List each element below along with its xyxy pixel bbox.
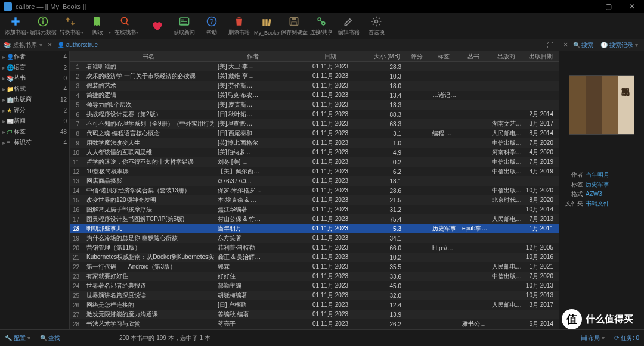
- table-row[interactable]: 11哲学的迷途：你不得不知的十大哲学错误刘冬 [美] …01 11月 20230…: [70, 157, 559, 167]
- table-row[interactable]: 10人人都该懂的互联网思维[美]伯纳多…01 11月 20234.9河南科学…4…: [70, 148, 559, 157]
- editmeta-button[interactable]: 编辑元数据: [30, 14, 56, 39]
- fullscreen-icon[interactable]: ⛶: [547, 42, 553, 49]
- table-row[interactable]: 2欢乐的经济学·一门关于市场经济的必读课[美] 戴维·亨…01 11月 2023…: [70, 71, 559, 81]
- col-publisher[interactable]: 出版商: [488, 51, 524, 61]
- table-row[interactable]: 18明朝那些事儿当年明月01 11月 20235.3历史军事epub掌…1月 2…: [70, 224, 559, 233]
- sidebar-item-出版商[interactable]: ▸🏢出版商12: [0, 94, 69, 105]
- virtual-library-button[interactable]: 📚 虚拟书库 ▾: [4, 41, 42, 49]
- onlinesearch-button[interactable]: 在线找书: [112, 14, 138, 39]
- col-tags[interactable]: 标签: [429, 51, 459, 61]
- editmeta-icon: [37, 15, 49, 27]
- detail-tags[interactable]: 历史军事: [586, 180, 609, 189]
- close-button[interactable]: ✕: [620, 0, 644, 13]
- heart-button[interactable]: [144, 14, 170, 39]
- search-query[interactable]: 👤 authors:true: [57, 42, 98, 48]
- table-row[interactable]: 9用数学魔法改变人生[英]博比.西格尔01 11月 20231.0中信出版…7月…: [70, 138, 559, 148]
- prefs-button[interactable]: 首选项: [363, 14, 389, 39]
- detail-format[interactable]: AZW3: [586, 189, 602, 199]
- column-headers[interactable]: 书名 作者 日期 大小 (MB) 评分 标签 丛书 出版商 出版日期: [70, 51, 559, 62]
- table-row[interactable]: 20营销管理（第11版）菲利普·科特勒01 11月 202366.0http:/…: [70, 243, 559, 253]
- col-pubdate[interactable]: 出版日期: [524, 51, 557, 61]
- sidebar-item-作者[interactable]: ▸👤作者4: [0, 51, 69, 62]
- search-history-link[interactable]: 🕒 搜索记录 ▾: [600, 41, 638, 49]
- table-row[interactable]: 3假装的艺术[美] 劳伦斯…01 11月 202318.0: [70, 81, 559, 91]
- find-link[interactable]: 🔍 查找: [40, 334, 61, 342]
- editbook-icon: [343, 15, 355, 27]
- help-button[interactable]: ?帮助: [199, 14, 225, 39]
- svg-rect-13: [262, 19, 264, 26]
- read-button[interactable]: 阅读: [85, 14, 111, 39]
- remove-filter-icon[interactable]: ⨯: [47, 41, 52, 49]
- sidebar-item-语言[interactable]: ▸🌐语言2: [0, 62, 69, 73]
- watermark-text: 什么值得买: [586, 313, 633, 326]
- clear-search-icon[interactable]: ✕: [563, 41, 568, 49]
- svg-rect-18: [292, 22, 296, 26]
- detail-author[interactable]: 当年明月: [586, 170, 609, 180]
- table-row[interactable]: 19为什么冷场的总是你·幽默随心所欲东方笑著01 11月 202334.1: [70, 233, 559, 243]
- col-date[interactable]: 日期: [292, 51, 369, 61]
- window-title: calibre — || My_Books ||: [16, 3, 86, 10]
- read-icon: [92, 15, 104, 27]
- svg-rect-3: [42, 20, 44, 24]
- table-row[interactable]: 6挑战程序设计竞赛（第2版）[日] 秋叶拓…01 11月 202388.32月 …: [70, 110, 559, 119]
- table-row[interactable]: 15改变世界的120项神奇发明本·埃克森 & …01 11月 202321.5北…: [70, 195, 559, 205]
- table-row[interactable]: 8代码之魂·编程语言核心概念[日] 西尾泰和01 11月 20233.1编程,……: [70, 129, 559, 138]
- col-author[interactable]: 作者: [214, 51, 292, 61]
- col-title[interactable]: 书名: [83, 51, 214, 61]
- table-row[interactable]: 7不可不知的心理学系列（全9册）（中外实用行为心理学大合集！）（…[美]理查德·…: [70, 119, 559, 129]
- table-row[interactable]: 1210堂极简概率课【美】佩尔西…01 11月 20236.2中信出版…4月 2…: [70, 167, 559, 176]
- savedisk-icon: [288, 15, 300, 27]
- book-list[interactable]: 书名 作者 日期 大小 (MB) 评分 标签 丛书 出版商 出版日期 1看谁听谁…: [70, 51, 559, 329]
- svg-rect-14: [265, 19, 267, 26]
- table-row[interactable]: 5领导力的5个层次[美] 麦克斯…01 11月 202313.3: [70, 100, 559, 110]
- table-row[interactable]: 21Kubernetes权威指南：从Docker到Kubernetes实践全接触…: [70, 253, 559, 262]
- config-link[interactable]: 🔧 配置 ▾: [5, 334, 30, 342]
- person-icon: 👤: [57, 42, 64, 48]
- col-size[interactable]: 大小 (MB): [369, 51, 405, 61]
- table-row[interactable]: 26网络是怎样连接的[日] 户根勤01 11月 202312.4人民邮电…3月 …: [70, 300, 559, 310]
- table-row[interactable]: 1看谁听谁的[美] 大卫·李…01 11月 202328.3: [70, 62, 559, 71]
- detail-folder[interactable]: 书籍文件: [586, 199, 609, 208]
- table-row[interactable]: 17图灵程序设计丛书图解TCP/IP(第5版)村山公保 & 竹…01 11月 2…: [70, 214, 559, 224]
- remove-button[interactable]: 删除书籍: [226, 14, 252, 39]
- table-row[interactable]: 22第一行代码——Android（第3版）郭霖01 11月 202335.5人民…: [70, 262, 559, 272]
- maximize-button[interactable]: ▢: [596, 0, 620, 13]
- svg-line-21: [320, 20, 322, 22]
- table-row[interactable]: 25世界演讲名篇深度悦读胡晓梅编著01 11月 202332.010月 2013: [70, 291, 559, 300]
- news-button[interactable]: 获取新闻: [171, 14, 197, 39]
- sidebar-item-标签[interactable]: ▸🏷标签48: [0, 126, 69, 137]
- convert-icon: [64, 15, 76, 27]
- svg-rect-4: [42, 18, 44, 20]
- search-link[interactable]: 🔍 搜索: [573, 41, 594, 49]
- sidebar-item-丛书[interactable]: ▸📚丛书0: [0, 73, 69, 83]
- minimize-button[interactable]: ─: [572, 0, 596, 13]
- table-row[interactable]: 28书法艺术学习与欣赏蒋亮平01 11月 202326.2雅书公…6月 2014: [70, 319, 559, 329]
- table-row[interactable]: 14中信·诺贝尔经济学奖合集（套装13册）保罗.米尔格罗…01 11月 2023…: [70, 186, 559, 195]
- onlinesearch-icon: [119, 15, 131, 27]
- layout-button[interactable]: ▦ 布局 ▾: [581, 334, 605, 342]
- mybooks-button[interactable]: My_Books: [253, 14, 280, 39]
- col-series[interactable]: 丛书: [459, 51, 488, 61]
- sidebar-item-标识符[interactable]: ▸≡标识符4: [0, 137, 69, 148]
- savedisk-button[interactable]: 保存到硬盘: [281, 14, 307, 39]
- table-row[interactable]: 24世界著名记者经典报道郝勤主编01 11月 202345.010月 2013: [70, 281, 559, 291]
- editbook-button[interactable]: 编辑书籍: [336, 14, 362, 39]
- svg-text:?: ?: [210, 17, 214, 25]
- connect-button[interactable]: 连接/共享: [308, 14, 335, 39]
- footer-bar: 🔧 配置 ▾ 🔍 查找 200 本书中的 199 本，选中了 1 本 ▦ 布局 …: [0, 329, 644, 346]
- table-row[interactable]: 16图解常见病手部按摩疗法焦江华编著01 11月 202331.210月 201…: [70, 205, 559, 214]
- svg-point-22: [375, 20, 378, 23]
- convert-button[interactable]: 转换书籍: [57, 14, 83, 39]
- sidebar-item-评分[interactable]: ▸★评分2: [0, 105, 69, 116]
- add-button[interactable]: 添加书籍: [2, 14, 29, 39]
- table-row[interactable]: 27激发无限潜能的魔力沟通课姜编秋 编著01 11月 202313.9: [70, 310, 559, 319]
- sidebar-item-格式[interactable]: ▸📁格式4: [0, 83, 69, 94]
- news-icon: [178, 15, 190, 27]
- col-rating[interactable]: 评分: [405, 51, 429, 61]
- table-row[interactable]: 13网店商品摄影\376\377\0…01 11月 202318.1: [70, 176, 559, 186]
- jobs-button[interactable]: ⟳ 任务: 0: [614, 334, 639, 342]
- table-row[interactable]: 23有家就要好好住好好住01 11月 202333.6中信出版…7月 2020: [70, 272, 559, 281]
- table-row[interactable]: 4简捷的逻辑[美]马克·布农…01 11月 202313.4…诸记…: [70, 91, 559, 100]
- cover-image[interactable]: [569, 75, 634, 135]
- sidebar-item-新闻[interactable]: ▸📰新闻0: [0, 116, 69, 126]
